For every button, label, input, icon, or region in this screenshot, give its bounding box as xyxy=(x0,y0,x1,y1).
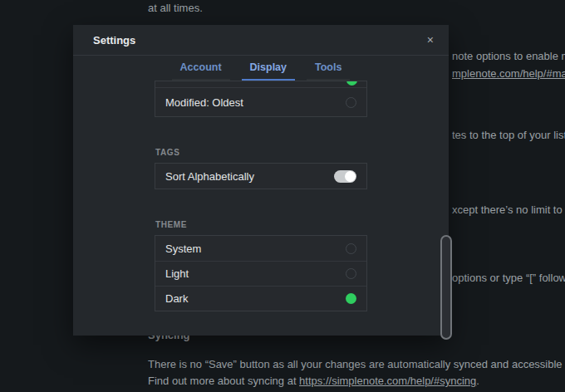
theme-section-label: THEME xyxy=(155,220,367,230)
sort-alphabetically-toggle[interactable] xyxy=(334,170,356,183)
close-icon[interactable]: × xyxy=(424,32,437,47)
dialog-title: Settings xyxy=(93,34,135,47)
note-text-line: xcept there’s no limit to the xyxy=(452,203,565,216)
note-text-line: options or type “[” followe xyxy=(452,272,565,284)
settings-tab-bar: Account Display Tools xyxy=(73,56,449,81)
scrollbar-thumb[interactable] xyxy=(440,235,452,340)
note-text-line: note options to enable mar xyxy=(452,50,565,62)
sync-line-prefix: Find out more about syncing at xyxy=(148,375,299,387)
row-label: System xyxy=(165,243,201,255)
dialog-header: Settings × xyxy=(73,25,449,56)
sort-option-modified-oldest[interactable]: Modified: Oldest xyxy=(155,87,366,116)
sort-option-clipped[interactable] xyxy=(155,81,366,87)
tab-display[interactable]: Display xyxy=(242,56,295,81)
note-text-line: tes to the top of your list fo xyxy=(452,129,565,141)
radio-selected-icon xyxy=(346,293,356,304)
display-settings-panel: Modified: Oldest TAGS Sort Alphabeticall… xyxy=(73,81,449,336)
tab-account[interactable]: Account xyxy=(172,56,230,81)
row-label: Sort Alphabetically xyxy=(165,170,254,183)
note-link-markdown[interactable]: mplenote.com/help/#marko xyxy=(452,67,565,80)
theme-option-light[interactable]: Light xyxy=(155,261,366,286)
theme-option-dark[interactable]: Dark xyxy=(155,286,366,311)
row-label: Dark xyxy=(165,292,188,305)
theme-options-list: System Light Dark xyxy=(155,235,367,311)
sort-alphabetically-row[interactable]: Sort Alphabetically xyxy=(155,164,366,189)
radio-unselected-icon xyxy=(346,97,356,108)
row-label: Light xyxy=(165,267,189,280)
sync-line-suffix: . xyxy=(476,375,479,387)
toggle-knob xyxy=(345,171,356,182)
theme-option-system[interactable]: System xyxy=(155,236,366,261)
radio-unselected-icon xyxy=(346,268,356,279)
tab-tools[interactable]: Tools xyxy=(307,56,350,81)
radio-unselected-icon xyxy=(346,243,356,254)
tags-section-label: TAGS xyxy=(155,148,367,158)
radio-selected-icon xyxy=(346,81,357,86)
note-text-line: Find out more about syncing at https://s… xyxy=(148,375,479,387)
note-text-line: at all times. xyxy=(148,2,203,14)
sort-order-list: Modified: Oldest xyxy=(155,81,367,117)
tags-settings-list: Sort Alphabetically xyxy=(155,163,367,189)
settings-dialog: Settings × Account Display Tools Modifie… xyxy=(73,25,449,336)
note-text-line: There is no “Save” button as all your ch… xyxy=(148,358,565,370)
row-label: Modified: Oldest xyxy=(165,96,243,109)
note-link-syncing[interactable]: https://simplenote.com/help/#syncing xyxy=(299,375,476,387)
